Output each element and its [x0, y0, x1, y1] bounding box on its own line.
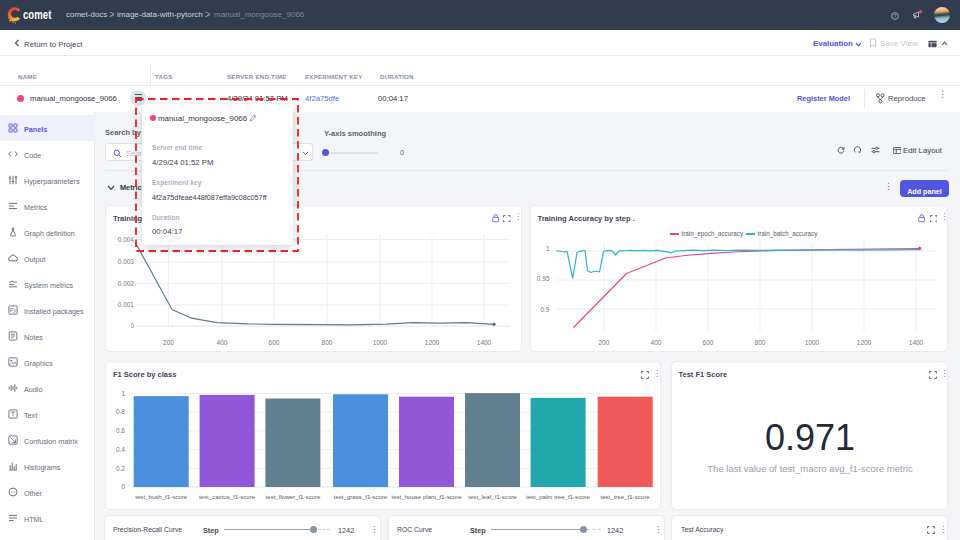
svg-text:0.9: 0.9 — [540, 305, 549, 312]
svg-text:Py: Py — [10, 307, 17, 313]
svg-text:test_flower_f1-score: test_flower_f1-score — [266, 493, 321, 500]
svg-text:?: ? — [894, 13, 897, 19]
svg-text:1400: 1400 — [477, 338, 492, 345]
svg-text:test_leaf_f1-score: test_leaf_f1-score — [468, 493, 517, 500]
svg-text:1000: 1000 — [373, 338, 388, 345]
svg-text:1: 1 — [121, 390, 125, 397]
svg-text:0.4: 0.4 — [116, 446, 125, 453]
svg-text:0.95: 0.95 — [536, 275, 549, 282]
svg-text:0.004: 0.004 — [118, 235, 135, 242]
svg-text:test_palm tree_f1-score: test_palm tree_f1-score — [526, 493, 591, 500]
svg-text:800: 800 — [754, 339, 765, 346]
svg-text:0: 0 — [130, 322, 134, 329]
svg-text:600: 600 — [702, 339, 713, 346]
svg-text:1: 1 — [545, 244, 549, 251]
svg-text:600: 600 — [269, 338, 280, 345]
svg-text:test_bush_f1-score: test_bush_f1-score — [135, 493, 187, 500]
svg-text:1400: 1400 — [908, 339, 923, 346]
svg-text:test_cactus_f1-score: test_cactus_f1-score — [199, 493, 256, 500]
svg-text:0: 0 — [121, 483, 125, 490]
svg-text:test_tree_f1-score: test_tree_f1-score — [600, 493, 650, 500]
svg-text:1000: 1000 — [804, 339, 819, 346]
svg-text:0.003: 0.003 — [118, 258, 135, 265]
svg-text:test_grass_f1-score: test_grass_f1-score — [334, 493, 388, 500]
svg-text:0.6: 0.6 — [116, 427, 125, 434]
svg-text:1200: 1200 — [425, 338, 440, 345]
svg-text:200: 200 — [598, 339, 609, 346]
svg-text:1200: 1200 — [856, 339, 871, 346]
svg-text:0.8: 0.8 — [116, 408, 125, 415]
svg-text:0.001: 0.001 — [118, 301, 135, 308]
svg-text:0.2: 0.2 — [116, 465, 125, 472]
svg-text:400: 400 — [217, 338, 228, 345]
svg-text:0.002: 0.002 — [118, 279, 135, 286]
svg-text:400: 400 — [650, 339, 661, 346]
svg-text:200: 200 — [163, 338, 174, 345]
svg-text:test_house plant_f1-score: test_house plant_f1-score — [391, 493, 462, 500]
svg-text:800: 800 — [322, 338, 333, 345]
